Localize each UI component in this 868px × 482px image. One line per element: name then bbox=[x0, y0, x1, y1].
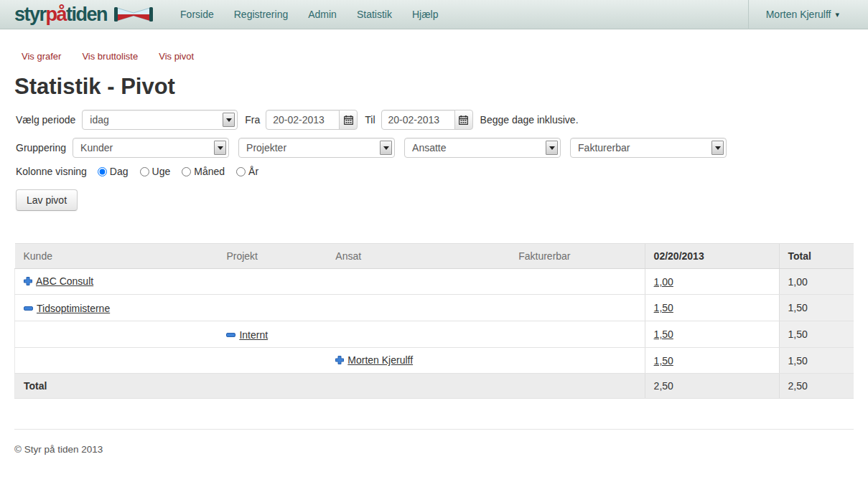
radio-aar-input[interactable] bbox=[236, 167, 246, 176]
period-label: Vælg periode bbox=[16, 114, 75, 126]
pivot-table: Kunde Projekt Ansat Fakturerbar 02/20/20… bbox=[14, 243, 854, 399]
grand-total-value: 2,50 bbox=[779, 374, 854, 399]
nav-item-hjaelp[interactable]: Hjælp bbox=[402, 9, 449, 20]
radio-uge-input[interactable] bbox=[140, 167, 149, 176]
chevron-down-icon bbox=[711, 141, 724, 155]
lav-pivot-button[interactable]: Lav pivot bbox=[16, 189, 78, 211]
pivot-filter-form: Vælg periode idag Fra Til Begge dage ink… bbox=[16, 110, 868, 211]
radio-maaned-input[interactable] bbox=[182, 167, 191, 176]
col-header-kunde: Kunde bbox=[15, 244, 218, 269]
total-row-label: Total bbox=[15, 374, 645, 399]
hourglass-icon bbox=[113, 6, 154, 23]
calendar-icon[interactable] bbox=[454, 110, 473, 130]
radio-dag-input[interactable] bbox=[98, 167, 107, 176]
column-view-label: Kolonne visning bbox=[16, 166, 87, 177]
grouping-select-1-value: Kunder bbox=[80, 142, 113, 153]
nav-item-statistik[interactable]: Statistik bbox=[347, 9, 402, 20]
to-label: Til bbox=[365, 114, 375, 126]
total-row: Total 2,50 2,50 bbox=[15, 374, 854, 399]
grouping-select-4[interactable]: Fakturerbar bbox=[570, 138, 727, 158]
projekt-link[interactable]: Internt bbox=[239, 329, 268, 341]
ansat-link[interactable]: Morten Kjerulff bbox=[347, 354, 413, 366]
chevron-down-icon bbox=[214, 141, 226, 155]
pivot-table-wrap: Kunde Projekt Ansat Fakturerbar 02/20/20… bbox=[14, 243, 854, 399]
grouping-select-1[interactable]: Kunder bbox=[73, 138, 229, 158]
brand-text: styrpåtiden bbox=[14, 5, 107, 24]
table-row: Internt 1,50 1,50 bbox=[15, 321, 854, 348]
brand-logo[interactable]: styrpåtiden bbox=[14, 5, 154, 24]
radio-aar[interactable]: År bbox=[236, 166, 258, 177]
grouping-row: Gruppering Kunder Projekter Ansatte Fakt… bbox=[16, 138, 868, 158]
row-total-value: 1,50 bbox=[779, 295, 854, 321]
user-menu[interactable]: Morten Kjerulff ▾ bbox=[748, 0, 868, 29]
minus-icon[interactable] bbox=[24, 306, 33, 311]
day-value-link[interactable]: 1,50 bbox=[654, 355, 673, 367]
main-nav: Forside Registrering Admin Statistik Hjæ… bbox=[170, 9, 448, 20]
col-header-date: 02/20/2013 bbox=[645, 244, 779, 269]
col-header-total: Total bbox=[779, 244, 854, 269]
total-day-value: 2,50 bbox=[645, 374, 779, 399]
nav-item-admin[interactable]: Admin bbox=[298, 9, 347, 20]
column-view-row: Kolonne visning Dag Uge Måned År bbox=[16, 166, 868, 177]
chevron-down-icon bbox=[546, 141, 558, 155]
pivot-header-row: Kunde Projekt Ansat Fakturerbar 02/20/20… bbox=[15, 244, 854, 269]
calendar-icon[interactable] bbox=[339, 110, 358, 130]
link-vis-pivot[interactable]: Vis pivot bbox=[159, 51, 194, 62]
user-name: Morten Kjerulff bbox=[766, 9, 831, 20]
from-date-group bbox=[266, 110, 358, 130]
radio-uge-label: Uge bbox=[152, 166, 171, 177]
row-total-value: 1,50 bbox=[779, 348, 854, 374]
page-title: Statistik - Pivot bbox=[14, 74, 868, 100]
radio-aar-label: År bbox=[248, 166, 258, 177]
grouping-select-2-value: Projekter bbox=[246, 142, 286, 153]
kunde-link[interactable]: ABC Consult bbox=[36, 275, 93, 287]
day-value-link[interactable]: 1,50 bbox=[654, 329, 673, 340]
period-row: Vælg periode idag Fra Til Begge dage ink… bbox=[16, 110, 868, 130]
plus-icon[interactable] bbox=[335, 356, 344, 364]
link-vis-bruttoliste[interactable]: Vis bruttoliste bbox=[82, 51, 138, 62]
link-vis-grafer[interactable]: Vis grafer bbox=[22, 51, 61, 62]
row-total-value: 1,50 bbox=[779, 321, 854, 348]
table-row: Morten Kjerulff 1,50 1,50 bbox=[15, 348, 854, 374]
copyright-text: © Styr på tiden 2013 bbox=[14, 444, 854, 455]
from-date-input[interactable] bbox=[266, 110, 340, 130]
table-row: ABC Consult 1,00 1,00 bbox=[15, 269, 854, 295]
day-value-link[interactable]: 1,50 bbox=[654, 302, 673, 313]
grouping-label: Gruppering bbox=[16, 142, 66, 153]
chevron-down-icon bbox=[380, 141, 392, 155]
from-label: Fra bbox=[245, 114, 260, 126]
nav-item-registrering[interactable]: Registrering bbox=[224, 9, 298, 20]
radio-dag-label: Dag bbox=[110, 166, 129, 177]
grouping-select-2[interactable]: Projekter bbox=[238, 138, 395, 158]
to-date-group bbox=[381, 110, 473, 130]
table-row: Tidsoptimisterne 1,50 1,50 bbox=[15, 295, 854, 321]
grouping-select-3[interactable]: Ansatte bbox=[404, 138, 561, 158]
minus-icon[interactable] bbox=[226, 333, 235, 337]
day-value-link[interactable]: 1,00 bbox=[654, 276, 673, 288]
kunde-link[interactable]: Tidsoptimisterne bbox=[37, 303, 110, 314]
radio-maaned[interactable]: Måned bbox=[182, 166, 225, 177]
nav-item-forside[interactable]: Forside bbox=[170, 9, 224, 20]
plus-icon[interactable] bbox=[24, 277, 32, 285]
inclusive-note: Begge dage inklusive. bbox=[480, 114, 579, 126]
radio-maaned-label: Måned bbox=[194, 166, 225, 177]
page-footer: © Styr på tiden 2013 bbox=[14, 429, 854, 455]
radio-dag[interactable]: Dag bbox=[98, 166, 129, 177]
grouping-select-4-value: Fakturerbar bbox=[578, 142, 630, 153]
radio-uge[interactable]: Uge bbox=[140, 166, 171, 177]
chevron-down-icon: ▾ bbox=[835, 10, 839, 19]
period-select[interactable]: idag bbox=[82, 110, 238, 130]
period-select-value: idag bbox=[90, 114, 108, 126]
top-navbar: styrpåtiden Forside Registrering Admin S… bbox=[0, 0, 868, 29]
to-date-input[interactable] bbox=[381, 110, 455, 130]
chevron-down-icon bbox=[223, 113, 235, 127]
col-header-ansat: Ansat bbox=[327, 244, 510, 269]
col-header-fakturerbar: Fakturerbar bbox=[510, 244, 645, 269]
col-header-projekt: Projekt bbox=[218, 244, 327, 269]
row-total-value: 1,00 bbox=[779, 269, 854, 295]
statistics-subnav: Vis grafer Vis bruttoliste Vis pivot bbox=[22, 51, 868, 62]
grouping-select-3-value: Ansatte bbox=[412, 142, 446, 153]
